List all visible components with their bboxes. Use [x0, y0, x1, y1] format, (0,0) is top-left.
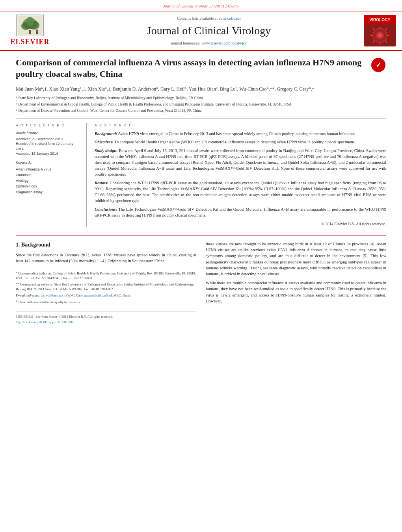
- abstract-col: A B S T R A C T Background: Avian H7N9 v…: [95, 123, 386, 227]
- doi-link: http://dx.doi.org/10.1016/j.jcv.2014.01.…: [16, 320, 196, 325]
- keyword-1: Avian influenza A virus: [16, 167, 81, 172]
- contents-line: Contents lists available at ScienceDirec…: [54, 16, 364, 21]
- journal-header: ELSEVIER Contents lists available at Sci…: [0, 11, 402, 51]
- bottom-bar: 1386-6532/$ – see front matter © 2014 El…: [16, 311, 196, 325]
- svg-point-13: [378, 33, 382, 37]
- results-text: Considering the WHO H7N9 qRT-PCR assay a…: [95, 181, 386, 203]
- background-label: Background:: [95, 132, 117, 136]
- body-two-col: 1. Background Since the first detections…: [16, 241, 386, 326]
- keyword-2: Zoonoses: [16, 172, 81, 178]
- footnotes-section: * Corresponding author at: College of Pu…: [16, 268, 196, 305]
- affiliations: ᵃ State Key Laboratory of Pathogen and B…: [16, 95, 386, 114]
- abstract-conclusions: Conclusions: The Life Technologies VetMA…: [95, 206, 386, 218]
- abstract-background: Background: Avian H7N9 virus emerged in …: [95, 131, 386, 137]
- svg-text:✓: ✓: [376, 61, 382, 69]
- conclusions-label: Conclusions:: [95, 207, 117, 211]
- body-right-col: these viruses are now thought to be enzo…: [206, 241, 386, 326]
- issn-text: 1386-6532/$ – see front matter © 2014 El…: [16, 315, 196, 319]
- affiliation-a-text: ᵃ State Key Laboratory of Pathogen and B…: [16, 96, 203, 100]
- svg-point-6: [36, 30, 38, 32]
- elsevier-tree-icon: [16, 15, 44, 36]
- background-text: Avian H7N9 virus emerged in China in Feb…: [118, 132, 356, 136]
- svg-point-4: [26, 17, 34, 26]
- abstract-heading: A B S T R A C T: [95, 123, 386, 128]
- section1-title: 1. Background: [16, 241, 196, 249]
- footnote-4: 1 These authors contributed equally to t…: [16, 299, 196, 305]
- crossmark-icon: ✓: [370, 57, 386, 73]
- elsevier-wordmark: ELSEVIER: [10, 37, 49, 47]
- body-para-1: Since the first detections in February 2…: [16, 252, 196, 264]
- objectives-text: To compare World Health Organization (WH…: [114, 140, 355, 144]
- study-design-text: Between April 6 and July 15, 2013, 261 c…: [95, 148, 386, 177]
- two-col-info-abstract: A R T I C L E I N F O Article history: R…: [16, 119, 386, 227]
- abstract-study-design: Study design: Between April 6 and July 1…: [95, 148, 386, 178]
- article-title-section: Comparison of commercial influenza A vir…: [16, 57, 386, 81]
- results-label: Results:: [95, 181, 108, 185]
- sciencedirect-link[interactable]: ScienceDirect: [218, 16, 240, 20]
- objectives-label: Objectives:: [95, 140, 114, 144]
- journal-ref: Journal of Clinical Virology 59 (2014) 2…: [163, 4, 239, 8]
- footnote-1: * Corresponding author at: College of Pu…: [16, 271, 196, 281]
- abstract-objectives: Objectives: To compare World Health Orga…: [95, 139, 386, 145]
- homepage-link[interactable]: www.elsevier.com/locate/jcv: [201, 41, 247, 45]
- doi-url[interactable]: http://dx.doi.org/10.1016/j.jcv.2014.01.…: [16, 320, 73, 324]
- authors-line: Mai-Juan Maᵃ,1, Xiao-Xian Yangᵃ,1, Xian …: [16, 85, 386, 93]
- journal-center: Contents lists available at ScienceDirec…: [54, 16, 364, 46]
- email-cao[interactable]: caowc@bmi.ac.cn: [41, 293, 65, 297]
- received-date: Received 25 September 2013: [16, 137, 81, 142]
- svg-rect-5: [29, 30, 31, 34]
- body-para-2: these viruses are now thought to be enzo…: [206, 241, 386, 277]
- body-para-3: While there are multiple commercial infl…: [206, 280, 386, 304]
- elsevier-logo: ELSEVIER: [6, 15, 54, 47]
- history-label: Article history:: [16, 131, 81, 136]
- keyword-4: Epidemiology: [16, 184, 81, 189]
- keyword-3: Virology: [16, 178, 81, 184]
- accepted-date: Accepted 15 January 2014: [16, 151, 81, 156]
- study-design-label: Study design:: [95, 148, 118, 153]
- article-info-heading: A R T I C L E I N F O: [16, 123, 81, 128]
- top-header: Journal of Clinical Virology 59 (2014) 2…: [0, 0, 402, 11]
- authors-text: Mai-Juan Maᵃ,1, Xiao-Xian Yangᵃ,1, Xian …: [16, 86, 315, 92]
- article-info-col: A R T I C L E I N F O Article history: R…: [16, 123, 87, 227]
- homepage-line: journal homepage: www.elsevier.com/locat…: [54, 41, 364, 46]
- affiliation-a: ᵃ State Key Laboratory of Pathogen and B…: [16, 95, 386, 101]
- keywords-label: Keywords:: [16, 160, 81, 165]
- affiliation-b-text: ᵇ Department of Environmental & Global H…: [16, 102, 292, 106]
- body-section: 1. Background Since the first detections…: [16, 235, 386, 326]
- affiliation-c: ᶜ Department of Disease Prevention and C…: [16, 108, 386, 113]
- revised-date: Received in revised form 12 January 2014: [16, 141, 81, 151]
- affiliation-c-text: ᶜ Department of Disease Prevention and C…: [16, 109, 201, 113]
- footnote-2: ** Corresponding author at: State Key La…: [16, 282, 196, 292]
- body-left-col: 1. Background Since the first detections…: [16, 241, 196, 326]
- main-content: Comparison of commercial influenza A vir…: [0, 51, 402, 332]
- conclusions-text: The Life Technologies VetMAX™-Gold SIV D…: [95, 207, 386, 217]
- keyword-5: Diagnostic assay: [16, 190, 81, 195]
- footnote-3: E-mail addresses: caowc@bmi.ac.cn (W.-C.…: [16, 293, 196, 298]
- email-gray[interactable]: gcgray@phhp.ufl.edu: [84, 293, 114, 297]
- affiliation-b: ᵇ Department of Environmental & Global H…: [16, 102, 386, 107]
- virology-logo: VIROLOGY: [364, 15, 396, 46]
- copyright: © 2014 Elsevier B.V. All rights reserved…: [95, 221, 386, 227]
- svg-text:VIROLOGY: VIROLOGY: [370, 18, 391, 22]
- abstract-results: Results: Considering the WHO H7N9 qRT-PC…: [95, 180, 386, 204]
- svg-rect-7: [36, 32, 38, 34]
- journal-name: Journal of Clinical Virology: [54, 23, 364, 38]
- article-title: Comparison of commercial influenza A vir…: [16, 57, 364, 80]
